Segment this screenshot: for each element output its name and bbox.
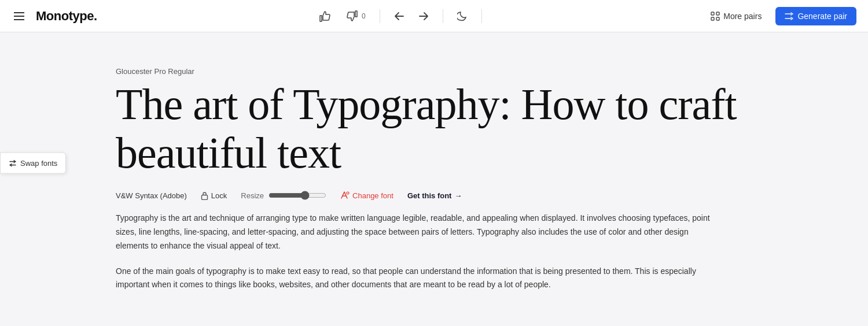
change-font-icon bbox=[340, 191, 350, 200]
hamburger-icon[interactable] bbox=[12, 10, 27, 23]
moon-icon bbox=[457, 11, 468, 21]
grid-icon bbox=[711, 12, 720, 21]
resize-slider[interactable] bbox=[269, 191, 326, 200]
get-font-button[interactable]: Get this font → bbox=[407, 191, 462, 200]
dark-mode-button[interactable] bbox=[453, 8, 472, 25]
main-content: Gloucester Pro Regular The art of Typogr… bbox=[0, 32, 868, 326]
logo: Monotype. bbox=[36, 9, 97, 24]
generate-btn-label: Generate pair bbox=[797, 12, 847, 21]
thumbs-down-icon bbox=[345, 10, 358, 22]
body-paragraph-1: Typography is the art and technique of a… bbox=[116, 212, 718, 253]
swap-icon bbox=[9, 159, 17, 167]
svg-rect-2 bbox=[711, 17, 714, 20]
like-button[interactable] bbox=[314, 7, 336, 25]
header: Monotype. 0 bbox=[0, 0, 868, 32]
svg-rect-0 bbox=[711, 12, 714, 15]
get-font-label: Get this font bbox=[407, 191, 452, 200]
dislike-button[interactable]: 0 bbox=[341, 7, 370, 25]
headline: The art of Typography: How to craft beau… bbox=[116, 80, 822, 177]
resize-container: Resize bbox=[241, 191, 326, 200]
back-button[interactable] bbox=[389, 8, 409, 24]
more-pairs-button[interactable]: More pairs bbox=[704, 8, 768, 24]
divider-1 bbox=[380, 9, 380, 23]
generate-pair-button[interactable]: Generate pair bbox=[775, 7, 856, 25]
header-right: More pairs Generate pair bbox=[704, 7, 856, 25]
font-label: Gloucester Pro Regular bbox=[116, 67, 822, 76]
header-left: Monotype. bbox=[12, 9, 97, 24]
svg-rect-1 bbox=[716, 12, 719, 15]
divider-3 bbox=[481, 9, 482, 23]
thumbs-up-icon bbox=[319, 10, 332, 22]
toolbar-row: V&W Syntax (Adobe) Lock Resize Change fo… bbox=[116, 191, 822, 200]
swap-fonts-label: Swap fonts bbox=[20, 159, 57, 168]
forward-button[interactable] bbox=[414, 8, 433, 24]
svg-rect-4 bbox=[201, 195, 207, 199]
body-text: Typography is the art and technique of a… bbox=[116, 212, 718, 292]
font-name: V&W Syntax (Adobe) bbox=[116, 191, 187, 200]
lock-button[interactable]: Lock bbox=[201, 191, 227, 200]
lock-icon bbox=[201, 191, 208, 200]
more-pairs-label: More pairs bbox=[723, 12, 762, 21]
arrow-right-icon bbox=[418, 12, 429, 21]
svg-point-5 bbox=[347, 192, 349, 194]
resize-label: Resize bbox=[241, 191, 264, 200]
arrow-left-icon bbox=[394, 12, 404, 21]
dislike-count: 0 bbox=[362, 12, 366, 20]
change-font-label: Change font bbox=[352, 191, 393, 200]
header-center: 0 bbox=[314, 7, 487, 25]
swap-fonts-button[interactable]: Swap fonts bbox=[0, 153, 66, 174]
body-paragraph-2: One of the main goals of typography is t… bbox=[116, 265, 718, 292]
change-font-button[interactable]: Change font bbox=[340, 191, 393, 200]
shuffle-icon bbox=[785, 12, 794, 21]
get-font-arrow: → bbox=[454, 191, 462, 200]
lock-label: Lock bbox=[211, 191, 227, 200]
divider-2 bbox=[443, 9, 443, 23]
svg-rect-3 bbox=[716, 17, 719, 20]
